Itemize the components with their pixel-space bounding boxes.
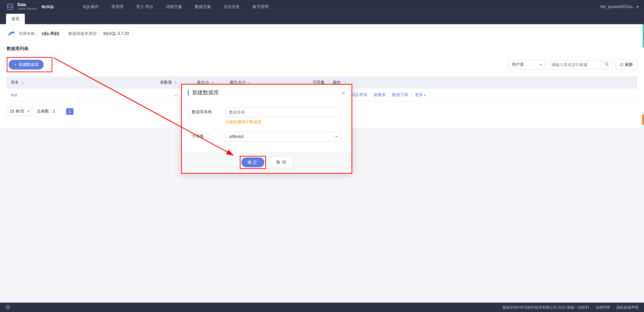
db-name-label: 数据库名称 — [192, 107, 225, 115]
annotation-highlight-1: ＋ 新建数据库 — [7, 57, 52, 72]
modal-title: 新建数据库 — [192, 89, 341, 96]
panel-title: 数据库列表 — [7, 42, 637, 57]
right-indicator-orange[interactable] — [642, 114, 644, 125]
sub-header: 首页 — [0, 13, 644, 24]
search-group — [548, 60, 612, 69]
db-version-value: MySQL 5.7.33 — [103, 31, 129, 36]
chevron-down-icon: ▾ — [637, 4, 639, 9]
th-name[interactable]: 库名 ▲▼ — [7, 76, 148, 89]
nav-data-plan[interactable]: 数据方案 — [189, 0, 217, 13]
logo-subtitle: Admin Service — [17, 7, 37, 11]
search-input[interactable] — [548, 60, 601, 69]
page-nav: ‹ 1 › — [60, 108, 80, 115]
th-table-count[interactable]: 表数量 ▲▼ — [148, 76, 181, 89]
toolbar-right: 用户库 刷新 — [508, 60, 637, 70]
page-size-select[interactable]: 15 条/页 — [7, 107, 32, 116]
refresh-button[interactable]: 刷新 — [615, 60, 637, 70]
nav-structure[interactable]: 结构方案 — [160, 0, 188, 13]
modal-header: 新建数据库 ✕ — [182, 85, 352, 101]
action-dict[interactable]: 数据字典 — [392, 92, 408, 98]
nav-account[interactable]: 账号管理 — [247, 0, 275, 13]
charset-label: 字符集 — [192, 132, 225, 139]
logo-db-type: MySQL — [42, 5, 54, 9]
instance-info-bar: 实例名称： rds-ffd3 数据库版本类型： MySQL 5.7.33 — [0, 24, 644, 42]
form-row-name: 数据库名称 只能创建用户数据库 — [192, 107, 341, 125]
logo-area: Data Admin Service MySQL — [0, 2, 60, 11]
row-actions: 库管理| SQL查询| 新建表| 数据字典| 更多 ▾ — [333, 92, 633, 98]
cell-table-count: -- — [148, 89, 181, 101]
new-database-button[interactable]: ＋ 新建数据库 — [9, 60, 44, 70]
right-indicator-green — [643, 24, 644, 48]
db-name-hint: 只能创建用户数据库 — [225, 119, 341, 125]
new-db-button-label: 新建数据库 — [19, 62, 39, 68]
refresh-label: 刷新 — [625, 62, 633, 68]
logo-title: Data — [17, 3, 37, 7]
annotation-highlight-2: 确定 — [240, 156, 266, 169]
nav-db-manage[interactable]: 库管理 — [105, 0, 129, 13]
database-logo-icon — [5, 2, 15, 11]
search-button[interactable] — [601, 60, 612, 69]
top-nav: SQL操作 库管理 导入·导出 结构方案 数据方案 后台任务 账号管理 — [76, 0, 275, 13]
mysql-dolphin-icon — [7, 29, 16, 38]
svg-point-1 — [605, 62, 608, 65]
db-name-link[interactable]: test — [11, 93, 17, 97]
instance-label: 实例名称： — [19, 31, 39, 37]
nav-sql-ops[interactable]: SQL操作 — [76, 0, 105, 13]
nav-import-export[interactable]: 导入·导出 — [130, 0, 159, 13]
new-database-modal: 新建数据库 ✕ 数据库名称 只能创建用户数据库 字符集 utf8mb4 确定 — [181, 84, 352, 174]
page-current[interactable]: 1 — [66, 108, 74, 115]
sort-icon: ▲▼ — [174, 81, 177, 85]
db-type-select[interactable]: 用户库 — [508, 60, 545, 70]
modal-title-accent — [188, 90, 189, 96]
instance-name: rds-ffd3 — [42, 31, 59, 36]
form-row-charset: 字符集 utf8mb4 — [192, 132, 341, 142]
close-icon[interactable]: ✕ — [341, 90, 345, 96]
content-area: 实例名称： rds-ffd3 数据库版本类型： MySQL 5.7.33 数据库… — [0, 24, 644, 303]
nav-background[interactable]: 后台任务 — [218, 0, 246, 13]
plus-icon: ＋ — [13, 62, 17, 68]
db-version-label: 数据库版本类型： — [68, 31, 101, 37]
confirm-button[interactable]: 确定 — [241, 158, 264, 167]
search-icon — [605, 62, 609, 66]
user-name: hid_aycwmbf15sv... — [600, 4, 636, 9]
sort-icon: ▲▼ — [21, 81, 24, 85]
db-name-input[interactable] — [225, 107, 341, 117]
top-header: Data Admin Service MySQL SQL操作 库管理 导入·导出… — [0, 0, 644, 13]
page-prev[interactable]: ‹ — [60, 108, 64, 115]
page-next[interactable]: › — [75, 108, 79, 115]
th-ops: 操作 — [329, 76, 637, 89]
page-tab-home[interactable]: 首页 — [6, 14, 25, 24]
action-new-table[interactable]: 新建表 — [374, 92, 386, 98]
cancel-button[interactable]: 取消 — [270, 156, 293, 169]
action-more[interactable]: 更多 ▾ — [415, 92, 426, 98]
svg-point-0 — [7, 4, 13, 6]
modal-body: 数据库名称 只能创建用户数据库 字符集 utf8mb4 — [182, 101, 352, 152]
total-count: 总条数：1 — [37, 108, 55, 114]
charset-select[interactable]: utf8mb4 — [225, 132, 341, 142]
svg-line-2 — [607, 65, 608, 66]
refresh-icon — [620, 63, 624, 67]
toolbar: ＋ 新建数据库 用户库 刷新 — [7, 57, 637, 72]
logo-text-block: Data Admin Service — [17, 3, 37, 10]
action-sql[interactable]: SQL查询 — [351, 92, 367, 98]
modal-footer: 确定 取消 — [182, 152, 352, 173]
chevron-down-icon: ▾ — [424, 93, 426, 97]
user-menu[interactable]: hid_aycwmbf15sv... ▾ — [595, 4, 644, 9]
